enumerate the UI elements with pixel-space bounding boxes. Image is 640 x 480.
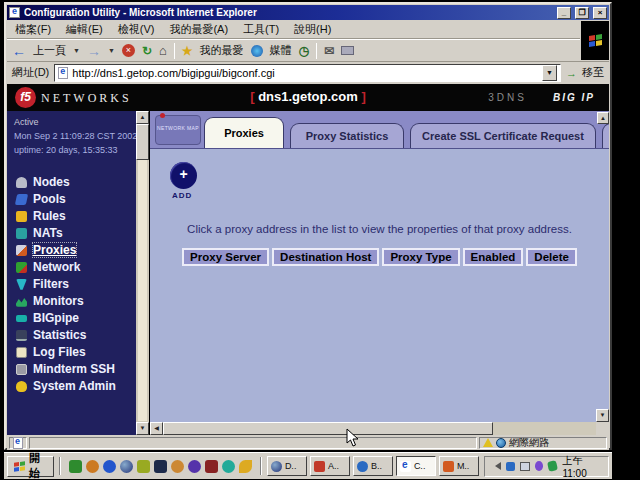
quicklaunch-icon-6[interactable] <box>154 460 167 473</box>
page-scroll-down-icon[interactable]: ▼ <box>596 409 609 422</box>
link-bigip[interactable]: BIG IP <box>553 92 595 103</box>
address-input[interactable] <box>72 67 538 79</box>
status-datetime: Mon Sep 2 11:09:28 CST 2002 <box>14 130 142 144</box>
taskbar: 開始 D.. A.. B.. C.. M.. <box>4 452 612 479</box>
sidebar-item-proxies[interactable]: Proxies <box>7 242 149 259</box>
sidebar-item-nodes[interactable]: Nodes <box>7 174 149 191</box>
taskbar-clock: 上午 11:00 <box>562 454 602 479</box>
address-label: 網址(D) <box>12 65 49 80</box>
network-connection-icon[interactable] <box>520 462 530 471</box>
tray-app-icon-1[interactable] <box>535 461 543 471</box>
messenger-icon[interactable] <box>506 462 515 471</box>
sidebar-item-nats[interactable]: NATs <box>7 225 149 242</box>
task-window-3[interactable]: B.. <box>353 456 393 476</box>
menu-favorites[interactable]: 我的最愛(A) <box>169 22 228 37</box>
home-icon[interactable]: ⌂ <box>159 43 167 58</box>
tab-install-ssl-certificate[interactable]: Install SSL Certifi <box>602 123 609 148</box>
sidebar-item-statistics[interactable]: Statistics <box>7 327 149 344</box>
menu-tools[interactable]: 工具(T) <box>243 22 279 37</box>
stop-icon[interactable]: × <box>122 44 135 57</box>
scrollbar-thumb[interactable] <box>136 124 149 160</box>
menu-help[interactable]: 說明(H) <box>294 22 331 37</box>
address-dropdown-icon[interactable]: ▼ <box>542 65 557 81</box>
tab-proxies[interactable]: Proxies <box>204 117 284 148</box>
hscrollbar-thumb[interactable] <box>163 422 493 435</box>
task-window-5[interactable]: M.. <box>439 456 479 476</box>
start-button[interactable]: 開始 <box>7 456 54 477</box>
quicklaunch-icon-11[interactable] <box>239 460 252 473</box>
maximize-button[interactable]: ❐ <box>575 7 589 19</box>
mail-icon[interactable]: ✉ <box>324 44 334 58</box>
quicklaunch-icon-8[interactable] <box>188 460 201 473</box>
menu-edit[interactable]: 編輯(E) <box>66 22 103 37</box>
sidebar-scrollbar[interactable]: ▲ ▼ <box>136 111 149 435</box>
back-button[interactable]: 上一頁 <box>33 43 66 58</box>
volume-icon[interactable] <box>491 462 501 470</box>
sidebar-item-system-admin[interactable]: System Admin <box>7 378 149 395</box>
media-button[interactable]: 媒體 <box>270 43 292 58</box>
sidebar-item-monitors[interactable]: Monitors <box>7 293 149 310</box>
proxy-table-header-row: Proxy Server Destination Host Proxy Type… <box>150 248 609 266</box>
scroll-up-icon[interactable]: ▲ <box>136 111 149 124</box>
add-button[interactable]: + <box>170 162 197 189</box>
window-title: Configuration Utility - Microsoft Intern… <box>24 7 553 18</box>
menu-file[interactable]: 檔案(F) <box>15 22 51 37</box>
back-dropdown-icon[interactable]: ▼ <box>73 47 80 54</box>
minimize-button[interactable]: _ <box>557 7 571 19</box>
media-icon[interactable] <box>251 45 263 57</box>
sidebar-item-bigpipe[interactable]: BIGpipe <box>7 310 149 327</box>
status-doc-pane <box>9 437 27 449</box>
sidebar-item-mindterm-ssh[interactable]: Mindterm SSH <box>7 361 149 378</box>
menu-view[interactable]: 檢視(V) <box>118 22 155 37</box>
task-window-4-active[interactable]: C.. <box>396 456 436 476</box>
tab-create-ssl-certificate-request[interactable]: Create SSL Certificate Request <box>410 123 596 148</box>
nav-sidebar: Active Mon Sep 2 11:09:28 CST 2002 uptim… <box>7 111 149 435</box>
forward-icon[interactable]: → <box>87 43 101 59</box>
tab-proxy-statistics[interactable]: Proxy Statistics <box>290 123 404 148</box>
quicklaunch-icon-4[interactable] <box>120 460 133 473</box>
quicklaunch-icon-5[interactable] <box>137 460 150 473</box>
network-map-button[interactable]: NETWORK MAP <box>155 115 201 145</box>
address-input-box[interactable]: ▼ <box>54 64 561 82</box>
scroll-left-icon[interactable]: ◀ <box>150 422 163 435</box>
history-icon[interactable]: ◷ <box>299 44 309 58</box>
favorites-icon[interactable]: ★ <box>182 44 193 58</box>
page-scroll-up-icon[interactable]: ▲ <box>597 112 609 124</box>
sidebar-item-log-files[interactable]: Log Files <box>7 344 149 361</box>
favorites-button[interactable]: 我的最愛 <box>200 43 244 58</box>
quicklaunch-icon-3[interactable] <box>103 460 116 473</box>
link-3dns[interactable]: 3DNS <box>488 92 527 103</box>
go-button[interactable]: 移至 <box>582 65 604 80</box>
sidebar-item-rules[interactable]: Rules <box>7 208 149 225</box>
status-active: Active <box>14 116 142 130</box>
close-button[interactable]: × <box>593 7 607 19</box>
task-window-2[interactable]: A.. <box>310 456 350 476</box>
quicklaunch-icon-10[interactable] <box>222 460 235 473</box>
system-admin-icon <box>16 381 27 392</box>
sidebar-item-pools[interactable]: Pools <box>7 191 149 208</box>
quicklaunch-icon-7[interactable] <box>171 460 184 473</box>
back-icon[interactable]: ← <box>12 43 26 59</box>
taskbar-separator <box>59 457 61 475</box>
sidebar-item-network[interactable]: Network <box>7 259 149 276</box>
quicklaunch-icon-9[interactable] <box>205 460 218 473</box>
forward-dropdown-icon[interactable]: ▼ <box>108 47 115 54</box>
network-icon <box>16 262 27 273</box>
toolbar-separator <box>316 43 317 59</box>
col-proxy-server: Proxy Server <box>182 248 269 266</box>
refresh-icon[interactable]: ↻ <box>142 44 152 58</box>
tray-app-icon-2[interactable] <box>547 460 558 472</box>
bracket-left: [ <box>250 89 254 104</box>
sidebar-item-filters[interactable]: Filters <box>7 276 149 293</box>
quicklaunch-icon-2[interactable] <box>86 460 99 473</box>
scroll-down-icon[interactable]: ▼ <box>136 422 149 435</box>
address-bar: 網址(D) ▼ → 移至 <box>7 61 609 83</box>
horizontal-scrollbar[interactable]: ◀ <box>150 422 596 435</box>
print-icon[interactable] <box>341 46 354 55</box>
browser-window: Configuration Utility - Microsoft Intern… <box>4 2 612 450</box>
task-window-1[interactable]: D.. <box>267 456 307 476</box>
start-windows-flag-icon <box>14 461 25 472</box>
menu-bar: 檔案(F) 編輯(E) 檢視(V) 我的最愛(A) 工具(T) 說明(H) <box>7 21 580 39</box>
quicklaunch-icon-1[interactable] <box>69 460 82 473</box>
go-icon[interactable]: → <box>566 67 577 79</box>
